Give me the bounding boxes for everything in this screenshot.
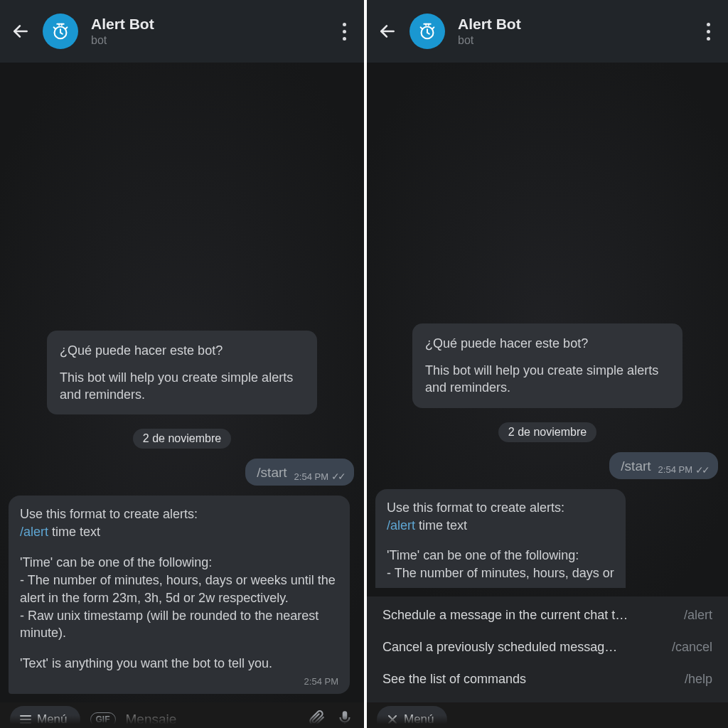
menu-button[interactable]: Menú bbox=[10, 706, 80, 728]
close-icon bbox=[387, 714, 398, 725]
command-desc: See the list of commands bbox=[382, 672, 685, 687]
command-desc: Cancel a previously scheduled messag… bbox=[382, 640, 672, 655]
avatar[interactable] bbox=[43, 14, 78, 49]
chat-subtitle: bot bbox=[91, 33, 323, 48]
svg-rect-1 bbox=[344, 723, 346, 725]
menu-label: Menú bbox=[404, 712, 434, 727]
more-menu-button[interactable] bbox=[336, 23, 353, 41]
date-separator: 2 de noviembre bbox=[498, 422, 596, 442]
avatar[interactable] bbox=[410, 14, 445, 49]
alert-command-link[interactable]: /alert bbox=[387, 518, 415, 532]
outgoing-message[interactable]: /start 2:54 PM ✓✓ bbox=[245, 459, 354, 486]
in-para2: 'Time' can be one of the following: - Th… bbox=[20, 554, 338, 642]
in-cmdline: /alert time text bbox=[20, 523, 338, 541]
input-bar: Menú GIF bbox=[0, 702, 364, 728]
hamburger-icon bbox=[20, 715, 31, 724]
message-meta: 2:54 PM ✓✓ bbox=[294, 471, 344, 482]
message-text: /start bbox=[257, 465, 287, 481]
command-name: /alert bbox=[684, 608, 712, 623]
back-button[interactable] bbox=[378, 22, 397, 41]
header: Alert Bot bot bbox=[0, 0, 364, 63]
message-meta: 2:54 PM ✓✓ bbox=[658, 464, 708, 476]
in-line1: Use this format to create alerts: bbox=[387, 499, 614, 517]
in-time: 2:54 PM bbox=[20, 675, 338, 688]
chat-area[interactable]: ¿Qué puede hacer este bot? This bot will… bbox=[367, 63, 728, 596]
command-name: /cancel bbox=[672, 640, 712, 655]
chat-area[interactable]: ¿Qué puede hacer este bot? This bot will… bbox=[0, 63, 364, 702]
in-para2: 'Time' can be one of the following: - Th… bbox=[387, 547, 614, 582]
read-ticks-icon: ✓✓ bbox=[695, 464, 708, 476]
bot-intro-bubble: ¿Qué puede hacer este bot? This bot will… bbox=[47, 331, 317, 415]
command-row[interactable]: Cancel a previously scheduled messag… /c… bbox=[367, 631, 728, 663]
incoming-message[interactable]: Use this format to create alerts: /alert… bbox=[375, 489, 626, 588]
incoming-message[interactable]: Use this format to create alerts: /alert… bbox=[9, 496, 350, 694]
read-ticks-icon: ✓✓ bbox=[331, 471, 344, 482]
title-block[interactable]: Alert Bot bot bbox=[458, 15, 687, 48]
header: Alert Bot bot bbox=[367, 0, 728, 63]
menu-label: Menú bbox=[37, 712, 68, 727]
back-button[interactable] bbox=[11, 22, 30, 41]
intro-desc: This bot will help you create simple ale… bbox=[60, 369, 304, 404]
commands-panel: Schedule a message in the current chat t… bbox=[367, 596, 728, 702]
message-input[interactable] bbox=[126, 712, 297, 727]
date-separator: 2 de noviembre bbox=[133, 429, 231, 449]
intro-desc: This bot will help you create simple ale… bbox=[425, 362, 670, 397]
bot-intro-bubble: ¿Qué puede hacer este bot? This bot will… bbox=[412, 323, 682, 408]
menu-close-button[interactable]: Menú bbox=[377, 706, 447, 728]
message-time: 2:54 PM bbox=[658, 464, 692, 475]
attach-button[interactable] bbox=[307, 709, 326, 728]
in-line1: Use this format to create alerts: bbox=[20, 505, 338, 523]
chat-subtitle: bot bbox=[458, 33, 687, 48]
command-row[interactable]: See the list of commands /help bbox=[367, 663, 728, 695]
outgoing-message[interactable]: /start 2:54 PM ✓✓ bbox=[609, 452, 718, 479]
more-menu-button[interactable] bbox=[700, 23, 717, 41]
in-para3: 'Text' is anything you want the bot to t… bbox=[20, 655, 338, 673]
chat-title: Alert Bot bbox=[91, 15, 323, 33]
alert-command-link[interactable]: /alert bbox=[20, 525, 48, 539]
title-block[interactable]: Alert Bot bot bbox=[91, 15, 323, 48]
input-bar: Menú bbox=[367, 702, 728, 728]
intro-question: ¿Qué puede hacer este bot? bbox=[60, 342, 304, 359]
command-desc: Schedule a message in the current chat t… bbox=[382, 608, 684, 623]
mic-button[interactable] bbox=[336, 709, 354, 728]
message-time: 2:54 PM bbox=[294, 471, 328, 482]
intro-question: ¿Qué puede hacer este bot? bbox=[425, 335, 670, 352]
in-cmdline: /alert time text bbox=[387, 517, 614, 535]
message-text: /start bbox=[621, 459, 651, 474]
command-name: /help bbox=[685, 672, 712, 687]
command-row[interactable]: Schedule a message in the current chat t… bbox=[367, 599, 728, 631]
gif-button[interactable]: GIF bbox=[90, 712, 116, 727]
chat-title: Alert Bot bbox=[458, 15, 687, 33]
